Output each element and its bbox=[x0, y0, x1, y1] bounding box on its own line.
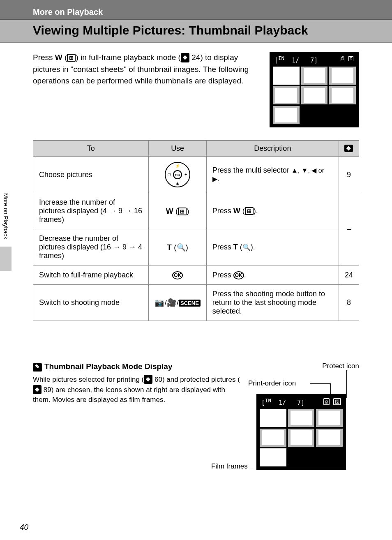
desc-cell: Press T (🔍). bbox=[206, 229, 339, 265]
col-desc: Description bbox=[206, 141, 339, 157]
multi-selector-icon: OK ⚡ ❀ ⏱ ± bbox=[149, 157, 206, 193]
col-use: Use bbox=[149, 141, 206, 157]
zoom-out-button-icon: W (⊞) bbox=[149, 193, 206, 229]
note-icon: ✎ bbox=[33, 363, 42, 372]
protect-icon-label: Protect icon bbox=[322, 362, 359, 370]
thumbnail-cell bbox=[273, 67, 300, 85]
col-page: ❖ bbox=[339, 141, 359, 157]
operations-table: To Use Description ❖ Choose pictures OK … bbox=[33, 140, 359, 321]
thumbnail-cell bbox=[301, 67, 328, 85]
svg-text:±: ± bbox=[184, 173, 187, 177]
thumbnail-screen-illustration: [IN 1/ 7] ⎙ ⚿ bbox=[270, 52, 359, 127]
page-ref-icon: ❖ bbox=[344, 145, 353, 152]
desc-cell: Press OK. bbox=[206, 265, 339, 285]
page-title: Viewing Multiple Pictures: Thumbnail Pla… bbox=[0, 20, 392, 43]
note-paragraph: While pictures selected for printing (❖ … bbox=[33, 375, 244, 405]
thumbnail-icon: ⊞ bbox=[67, 54, 76, 62]
mode-button-icon: 📷/🎥/SCENE bbox=[149, 285, 206, 321]
intro-paragraph: Press W (⊞) in full-frame playback mode … bbox=[33, 52, 261, 127]
table-row: Switch to full-frame playback OK Press O… bbox=[33, 265, 359, 285]
table-row: Choose pictures OK ⚡ ❀ ⏱ ± Press the mul… bbox=[33, 157, 359, 193]
desc-cell: Press the multi selector ▲, ▼, ◀ or ▶. bbox=[206, 157, 339, 193]
section-title: More on Playback bbox=[33, 7, 103, 16]
desc-cell: Press W (⊞). bbox=[206, 193, 339, 229]
thumbnail-cell bbox=[273, 106, 300, 124]
page-ref-icon: ❖ bbox=[144, 375, 152, 384]
thumbnail-cell bbox=[329, 67, 356, 85]
col-to: To bbox=[33, 141, 149, 157]
thumbnail-cell bbox=[260, 409, 286, 427]
svg-text:⚡: ⚡ bbox=[175, 163, 180, 168]
thumbnail-cell bbox=[329, 86, 356, 104]
thumbnail-screen-annotated: [IN 1/ 7] ⎙ ⚿ bbox=[256, 394, 346, 470]
thumb-status-icons: ⎙ ⚿ bbox=[341, 55, 354, 64]
ok-button-icon: OK bbox=[149, 265, 206, 285]
thumbnail-cell bbox=[260, 429, 286, 447]
note-heading: ✎Thumbnail Playback Mode Display bbox=[33, 362, 244, 372]
film-frames-label: Film frames bbox=[211, 462, 248, 471]
page-ref-icon: ❖ bbox=[33, 385, 42, 394]
table-row: Decrease the number of pictures displaye… bbox=[33, 229, 359, 265]
page-ref-icon: ❖ bbox=[181, 53, 189, 62]
desc-cell: Press the shooting mode button to return… bbox=[206, 285, 339, 321]
thumbnail-cell-film bbox=[260, 448, 286, 466]
svg-text:OK: OK bbox=[175, 173, 180, 177]
table-row: Switch to shooting mode 📷/🎥/SCENE Press … bbox=[33, 285, 359, 321]
thumbnail-cell bbox=[316, 429, 343, 447]
zoom-in-button-icon: T (🔍) bbox=[149, 229, 206, 265]
thumbnail-cell bbox=[288, 429, 315, 447]
table-row: Increase the number of pictures displaye… bbox=[33, 193, 359, 229]
print-order-icon-label: Print-order icon bbox=[248, 379, 296, 388]
svg-text:⏱: ⏱ bbox=[167, 173, 171, 177]
thumbnail-cell bbox=[273, 86, 300, 104]
thumbnail-cell bbox=[316, 409, 343, 427]
thumbnail-cell bbox=[301, 86, 328, 104]
svg-text:❀: ❀ bbox=[176, 182, 179, 186]
thumbnail-cell bbox=[288, 409, 315, 427]
page-number: 40 bbox=[20, 523, 28, 532]
section-header: More on Playback bbox=[0, 0, 392, 20]
